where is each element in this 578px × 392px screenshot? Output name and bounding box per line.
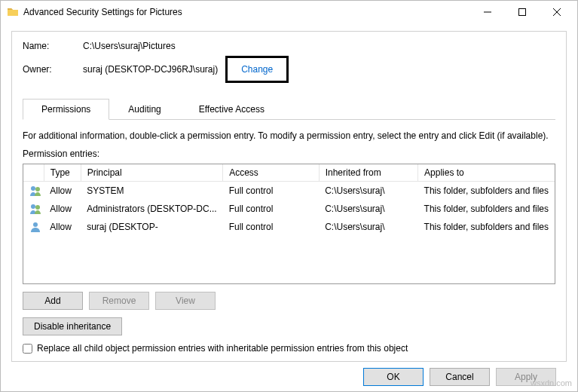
cell-principal: SYSTEM bbox=[81, 182, 222, 201]
folder-icon bbox=[7, 6, 19, 18]
cell-inherited: C:\Users\suraj\ bbox=[319, 218, 417, 236]
table-buttons: Add Remove View bbox=[23, 292, 555, 310]
replace-checkbox-row[interactable]: Replace all child object permission entr… bbox=[23, 343, 555, 354]
close-button[interactable] bbox=[540, 1, 574, 23]
owner-value: suraj (DESKTOP-DCJ96RJ\suraj) bbox=[83, 64, 218, 75]
svg-point-5 bbox=[33, 222, 38, 227]
name-label: Name: bbox=[23, 41, 83, 51]
change-link[interactable]: Change bbox=[241, 64, 273, 75]
col-type[interactable]: Type bbox=[44, 164, 81, 182]
info-text: For additional information, double-click… bbox=[23, 130, 555, 141]
cell-access: Full control bbox=[223, 182, 319, 201]
cell-inherited: C:\Users\suraj\ bbox=[319, 200, 417, 218]
group-icon bbox=[23, 182, 44, 201]
tab-strip: Permissions Auditing Effective Access bbox=[23, 98, 555, 120]
cell-applies: This folder, subfolders and files bbox=[418, 182, 555, 201]
change-highlight: Change bbox=[225, 56, 289, 83]
svg-point-4 bbox=[35, 205, 40, 210]
cell-type: Allow bbox=[44, 200, 81, 218]
ok-button[interactable]: OK bbox=[363, 368, 424, 386]
tab-auditing[interactable]: Auditing bbox=[109, 99, 179, 120]
svg-point-2 bbox=[35, 187, 40, 191]
name-value: C:\Users\suraj\Pictures bbox=[83, 41, 176, 51]
dialog-window: Advanced Security Settings for Pictures … bbox=[0, 0, 578, 392]
entries-label: Permission entries: bbox=[23, 149, 555, 159]
svg-point-3 bbox=[31, 204, 35, 209]
tab-effective-access[interactable]: Effective Access bbox=[180, 99, 283, 120]
col-icon[interactable] bbox=[23, 164, 44, 182]
col-access[interactable]: Access bbox=[223, 164, 319, 182]
cancel-button[interactable]: Cancel bbox=[430, 368, 490, 386]
col-inherited[interactable]: Inherited from bbox=[319, 164, 417, 182]
disable-inheritance-button[interactable]: Disable inheritance bbox=[23, 317, 122, 335]
replace-checkbox-label: Replace all child object permission entr… bbox=[37, 343, 408, 354]
inner-panel: Name: C:\Users\suraj\Pictures Owner: sur… bbox=[11, 31, 567, 362]
col-applies[interactable]: Applies to bbox=[418, 164, 555, 182]
cell-applies: This folder, subfolders and files bbox=[418, 218, 555, 236]
cell-type: Allow bbox=[44, 182, 81, 201]
cell-inherited: C:\Users\suraj\ bbox=[319, 182, 417, 201]
name-row: Name: C:\Users\suraj\Pictures bbox=[23, 41, 555, 51]
table-row[interactable]: Allowsuraj (DESKTOP-Full controlC:\Users… bbox=[23, 218, 555, 236]
svg-point-1 bbox=[31, 186, 35, 191]
cell-type: Allow bbox=[44, 218, 81, 236]
footer-buttons: OK Cancel Apply bbox=[11, 362, 567, 392]
maximize-button[interactable] bbox=[505, 1, 540, 23]
minimize-button[interactable] bbox=[470, 1, 505, 23]
add-button[interactable]: Add bbox=[23, 292, 83, 310]
permission-table[interactable]: Type Principal Access Inherited from App… bbox=[23, 164, 555, 284]
remove-button: Remove bbox=[89, 292, 149, 310]
owner-label: Owner: bbox=[23, 64, 83, 75]
cell-principal: suraj (DESKTOP- bbox=[81, 218, 222, 236]
table-row[interactable]: AllowSYSTEMFull controlC:\Users\suraj\Th… bbox=[23, 182, 555, 201]
titlebar: Advanced Security Settings for Pictures bbox=[1, 1, 577, 23]
group-icon bbox=[23, 200, 44, 218]
disable-inheritance-row: Disable inheritance bbox=[23, 317, 555, 335]
svg-rect-0 bbox=[519, 9, 526, 16]
user-icon bbox=[23, 218, 44, 236]
tab-permissions[interactable]: Permissions bbox=[23, 99, 109, 120]
cell-access: Full control bbox=[223, 218, 319, 236]
watermark: wsxdn.com bbox=[531, 378, 572, 387]
cell-applies: This folder, subfolders and files bbox=[418, 200, 555, 218]
cell-access: Full control bbox=[223, 200, 319, 218]
cell-principal: Administrators (DESKTOP-DC... bbox=[81, 200, 222, 218]
replace-checkbox[interactable] bbox=[23, 344, 32, 354]
view-button: View bbox=[155, 292, 216, 310]
window-title: Advanced Security Settings for Pictures bbox=[23, 7, 470, 17]
col-principal[interactable]: Principal bbox=[81, 164, 222, 182]
table-row[interactable]: AllowAdministrators (DESKTOP-DC...Full c… bbox=[23, 200, 555, 218]
table-header-row: Type Principal Access Inherited from App… bbox=[23, 164, 555, 182]
content-area: Name: C:\Users\suraj\Pictures Owner: sur… bbox=[1, 23, 577, 392]
owner-row: Owner: suraj (DESKTOP-DCJ96RJ\suraj) Cha… bbox=[23, 56, 555, 83]
